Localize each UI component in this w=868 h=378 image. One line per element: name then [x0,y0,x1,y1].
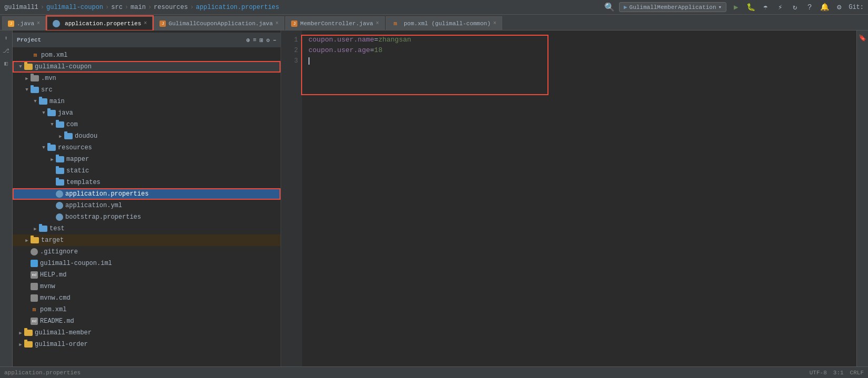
search-icon[interactable]: 🔍 [604,2,615,13]
profile-button[interactable]: ⚡ [775,2,785,13]
breadcrumb-part-2[interactable]: gulimall-coupon [46,4,103,11]
tree-icon-layout[interactable]: ⊞ [260,37,263,44]
tree-item-doudou[interactable]: ▶ doudou [13,130,281,142]
update-button[interactable]: ↻ [790,2,800,13]
folder-icon-order [24,341,33,348]
tree-icon-globe[interactable]: ⊕ [246,37,250,44]
code-val-1: zhangsan [378,35,411,45]
tab-pom-common[interactable]: m pom.xml (gulimall-common) × [386,16,502,30]
arrow-mapper: ▶ [48,157,56,162]
tree-item-com[interactable]: ▼ com [13,119,281,130]
tree-item-java-folder[interactable]: ▼ java [13,107,281,119]
tree-item-pom-root[interactable]: m pom.xml [13,49,281,61]
folder-icon-com [56,121,64,128]
code-key-1: coupon.user.name [308,35,374,45]
tree-item-gitignore[interactable]: .gitignore [13,246,281,258]
member-ctrl-icon: J [291,21,297,27]
tree-item-gulimall-member[interactable]: ▶ gulimall-member [13,327,281,339]
settings-button[interactable]: ⚙ [834,2,844,13]
target-label: target [41,237,64,244]
arrow-test: ▶ [32,226,39,232]
properties-file-icon [53,20,60,27]
tab-properties-close[interactable]: × [144,21,147,26]
tree-item-target[interactable]: ▶ target [13,234,281,246]
help-button[interactable]: ? [804,2,815,13]
tab-coupon-close[interactable]: × [275,21,278,26]
tab-member-close[interactable]: × [376,21,379,26]
gear-icon-bootstrap [56,213,63,221]
sidebar-toggle-icon[interactable]: ◧ [1,58,12,68]
debug-button[interactable]: 🐛 [745,2,756,13]
code-eq-2: = [370,45,374,56]
tree-item-static[interactable]: static [13,165,281,177]
bottom-bar: application.properties UTF-8 3:1 CRLF [0,366,868,378]
tree-item-help-md[interactable]: md HELP.md [13,269,281,281]
arrow-gulimall-coupon: ▼ [17,64,24,69]
text-cursor [308,57,310,65]
notifications-button[interactable]: 🔔 [819,2,830,13]
tab-java-close[interactable]: × [37,21,40,26]
tab-properties-label: application.properties [65,21,141,27]
tree-item-mapper[interactable]: ▶ mapper [13,154,281,165]
tree-item-coupon-iml[interactable]: gulimall-coupon.iml [13,258,281,269]
help-md-icon: md [31,271,38,279]
tree-item-resources[interactable]: ▼ resources [13,142,281,154]
tab-pom-close[interactable]: × [493,21,496,26]
right-tools: 🔖 [856,30,868,366]
tab-java[interactable]: J .java × [2,16,46,30]
tree-icon-scroll[interactable]: ≡ [253,37,257,44]
tree-item-templates[interactable]: templates [13,177,281,188]
breadcrumb-sep-2: › [105,4,109,11]
line-num-1: 1 [281,35,298,45]
vcs-icon[interactable]: ⎇ [1,45,12,56]
tree-item-application-properties[interactable]: application.properties [13,188,281,200]
tree-item-bootstrap-properties[interactable]: bootstrap.properties [13,211,281,223]
mvnw-icon [31,283,38,290]
run-config-selector[interactable]: ▶ GulimallMemberApplication ▾ [619,2,726,12]
tree-icon-minus[interactable]: – [273,37,276,44]
line-col-info: 3:1 [833,370,844,376]
run-button[interactable]: ▶ [731,2,741,13]
tab-member-controller[interactable]: J MemberController.java × [285,16,385,30]
folder-icon-src [31,87,39,93]
gulimall-order-label: gulimall-order [35,341,88,348]
gulimall-coupon-label: gulimall-coupon [35,63,92,70]
tree-item-pom-xml[interactable]: m pom.xml [13,304,281,315]
tree-item-mvnw[interactable]: mvnw [13,281,281,292]
doudou-label: doudou [75,132,97,140]
gear-icon-app-props [56,190,63,198]
coverage-button[interactable]: ☂ [760,2,771,13]
tree-item-application-yml[interactable]: application.yml [13,200,281,211]
bookmark-icon[interactable]: 🔖 [857,33,868,43]
java-label: java [58,109,73,117]
tree-item-readme[interactable]: md README.md [13,315,281,327]
project-label: Project [17,37,41,43]
encoding-info: UTF-8 [810,370,827,376]
tree-icon-gear[interactable]: ⚙ [266,37,270,44]
tree-item-gulimall-coupon[interactable]: ▼ gulimall-coupon [13,61,281,73]
tree-item-main[interactable]: ▼ main [13,96,281,107]
arrow-target: ▶ [23,238,31,243]
tab-application-properties[interactable]: application.properties × [47,16,153,30]
folder-icon-resources [47,145,56,151]
tree-item-src[interactable]: ▼ src [13,84,281,96]
tab-coupon-application[interactable]: J GulimallCouponApplication.java × [154,16,284,30]
tree-item-test[interactable]: ▶ test [13,223,281,234]
tree-item-mvnw-cmd[interactable]: mvnw.cmd [13,292,281,304]
pom-xml-label: pom.xml [40,306,66,313]
code-editor[interactable]: coupon.user.name = zhangsan coupon.user.… [302,30,856,366]
arrow-com: ▼ [48,122,56,127]
commit-icon[interactable]: ⬆ [1,33,12,43]
folder-icon-test [39,226,47,232]
breadcrumb-part-1: gulimall1 [4,4,38,11]
status-text: application.properties [4,370,81,376]
arrow-mvn: ▶ [23,76,31,81]
arrow-src: ▼ [23,87,31,93]
editor-content[interactable]: 1 2 3 coupon.user.name = zhangsan coupon… [281,30,856,366]
maven-icon-pom-root: m [32,52,39,59]
top-bar: gulimall1 › gulimall-coupon › src › main… [0,0,868,15]
breadcrumb-sep-1: › [41,4,44,11]
tree-item-gulimall-order[interactable]: ▶ gulimall-order [13,339,281,350]
tree-item-mvn[interactable]: ▶ .mvn [13,73,281,84]
iml-icon [31,260,38,267]
